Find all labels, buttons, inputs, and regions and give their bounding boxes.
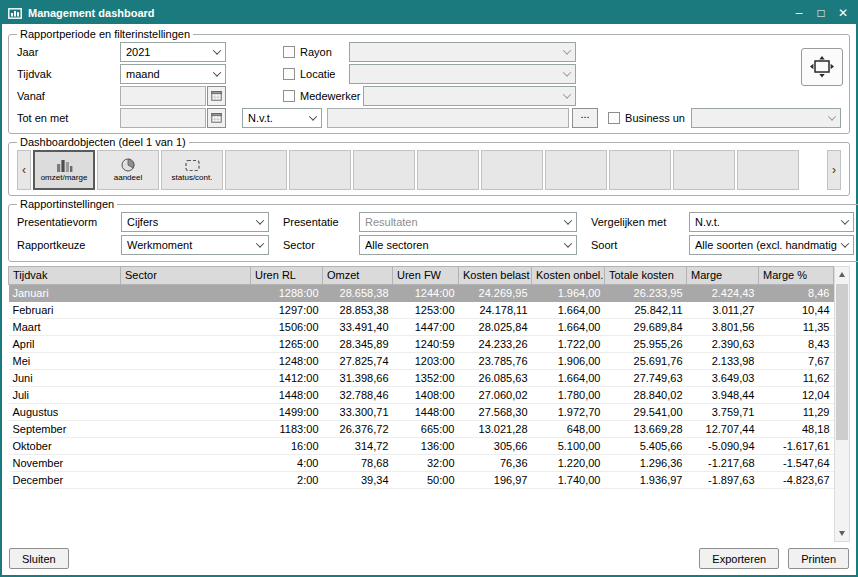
tot-en-met-input[interactable] xyxy=(120,108,206,128)
vanaf-input[interactable] xyxy=(120,86,206,106)
table-row[interactable]: Juli1448:0032.788,461408:0027.060,021.78… xyxy=(9,387,834,404)
rapportkeuze-select[interactable]: Werkmoment xyxy=(121,235,269,255)
tiles-row: ‹ omzet/margeaandeelstatus/cont. › xyxy=(17,148,841,190)
presentatie-select[interactable]: Resultaten xyxy=(359,212,577,232)
table-cell: 24.269,95 xyxy=(459,285,532,302)
rayon-checkbox[interactable] xyxy=(283,46,295,58)
table-cell: 314,72 xyxy=(323,438,393,455)
scroll-up-button[interactable] xyxy=(835,267,849,282)
browse-button[interactable]: ... xyxy=(572,108,598,128)
report-settings-title: Rapportinstellingen xyxy=(17,198,117,210)
table-cell: 26.233,95 xyxy=(605,285,687,302)
fullscreen-button[interactable] xyxy=(801,48,843,86)
tot-en-met-calendar-button[interactable] xyxy=(207,108,226,128)
column-header[interactable]: Sector xyxy=(121,267,251,285)
column-header[interactable]: Marge xyxy=(687,267,759,285)
table-cell: 3.759,71 xyxy=(687,404,759,421)
table-cell: 2.424,43 xyxy=(687,285,759,302)
table-cell: 23.785,76 xyxy=(459,353,532,370)
table-cell: September xyxy=(9,421,121,438)
column-header[interactable]: Omzet xyxy=(323,267,393,285)
rayon-label: Rayon xyxy=(300,46,332,58)
scrollbar-track[interactable] xyxy=(835,282,849,526)
minimize-button[interactable]: – xyxy=(789,4,809,22)
business-checkbox[interactable] xyxy=(608,112,620,124)
scroll-down-button[interactable] xyxy=(835,526,849,541)
table-cell: 1.972,70 xyxy=(532,404,605,421)
dashboard-tile-omzet-marge[interactable]: omzet/marge xyxy=(33,150,95,190)
dashboard-tile-empty[interactable] xyxy=(225,150,287,190)
table-cell: November xyxy=(9,455,121,472)
presentatievorm-select[interactable]: Cijfers xyxy=(121,212,269,232)
table-row[interactable]: Oktober16:00314,72136:00305,665.100,005.… xyxy=(9,438,834,455)
filter-row-jaar: Jaar 2021 Rayon xyxy=(17,41,841,62)
dashboard-tile-empty[interactable] xyxy=(481,150,543,190)
table-cell: -4.823,67 xyxy=(759,472,834,489)
nvt-select[interactable]: N.v.t. xyxy=(242,108,322,128)
column-header[interactable]: Kosten belast xyxy=(459,267,532,285)
chevron-down-icon xyxy=(837,236,853,254)
dashboard-tile-status-cont[interactable]: status/cont. xyxy=(161,150,223,190)
table-row[interactable]: April1265:0028.345,891240:5924.233,261.7… xyxy=(9,336,834,353)
rayon-select[interactable] xyxy=(349,42,576,62)
table-row[interactable]: November4:0078,6832:0076,361.220,001.296… xyxy=(9,455,834,472)
table-cell: 32:00 xyxy=(393,455,459,472)
column-header[interactable]: Kosten onbel. xyxy=(532,267,605,285)
dashboard-tile-empty[interactable] xyxy=(545,150,607,190)
dashboard-tile-empty[interactable] xyxy=(673,150,735,190)
bar-chart-icon xyxy=(56,158,73,172)
tijdvak-select[interactable]: maand xyxy=(120,64,226,84)
exporteren-button[interactable]: Exporteren xyxy=(699,548,779,569)
jaar-value: 2021 xyxy=(126,46,209,58)
business-select[interactable] xyxy=(691,108,841,128)
next-tiles-button[interactable]: › xyxy=(827,150,841,190)
table-cell: 1.664,00 xyxy=(532,302,605,319)
dashboard-tile-empty[interactable] xyxy=(737,150,799,190)
column-header[interactable]: Tijdvak xyxy=(9,267,121,285)
locatie-checkbox[interactable] xyxy=(283,68,295,80)
footer: Sluiten Exporteren Printen xyxy=(8,542,850,571)
close-button[interactable]: ✕ xyxy=(833,4,853,22)
vertical-scrollbar[interactable] xyxy=(834,266,850,542)
dashboard-tile-empty[interactable] xyxy=(353,150,415,190)
prev-tiles-button[interactable]: ‹ xyxy=(17,150,31,190)
table-cell: 27.060,02 xyxy=(459,387,532,404)
chevron-down-icon xyxy=(824,109,840,127)
table-row[interactable]: Augustus1499:0033.300,711448:0027.568,30… xyxy=(9,404,834,421)
maximize-button[interactable]: □ xyxy=(811,4,831,22)
vergelijken-select[interactable]: N.v.t. xyxy=(689,212,854,232)
printen-button[interactable]: Printen xyxy=(788,548,849,569)
scrollbar-thumb[interactable] xyxy=(836,284,848,440)
column-header[interactable]: Totale kosten xyxy=(605,267,687,285)
chevron-down-icon xyxy=(560,236,576,254)
dashboard-tile-empty[interactable] xyxy=(417,150,479,190)
column-header[interactable]: Uren FW xyxy=(393,267,459,285)
table-row[interactable]: Januari1288:0028.658,381244:0024.269,951… xyxy=(9,285,834,302)
dashboard-tile-empty[interactable] xyxy=(289,150,351,190)
medewerker-checkbox[interactable] xyxy=(283,90,295,102)
sector-select[interactable]: Alle sectoren xyxy=(359,235,577,255)
jaar-select[interactable]: 2021 xyxy=(120,42,226,62)
soort-select[interactable]: Alle soorten (excl. handmatig xyxy=(689,235,854,255)
table-row[interactable]: December2:0039,3450:00196,971.740,001.93… xyxy=(9,472,834,489)
table-row[interactable]: Februari1297:0028.853,381253:0024.178,11… xyxy=(9,302,834,319)
window-title: Management dashboard xyxy=(28,7,789,19)
table-cell: 1412:00 xyxy=(251,370,323,387)
filter-value-input[interactable] xyxy=(327,108,569,128)
column-header[interactable]: Marge % xyxy=(759,267,834,285)
dashboard-tile-empty[interactable] xyxy=(609,150,671,190)
vanaf-calendar-button[interactable] xyxy=(207,86,226,106)
table-row[interactable]: Mei1248:0027.825,741203:0023.785,761.906… xyxy=(9,353,834,370)
table-cell: 1244:00 xyxy=(393,285,459,302)
column-header[interactable]: Uren RL xyxy=(251,267,323,285)
table-cell: Maart xyxy=(9,319,121,336)
medewerker-select[interactable] xyxy=(363,86,576,106)
titlebar[interactable]: Management dashboard – □ ✕ xyxy=(2,2,856,24)
locatie-select[interactable] xyxy=(349,64,576,84)
sluiten-button[interactable]: Sluiten xyxy=(9,548,69,569)
table-row[interactable]: Juni1412:0031.398,661352:0026.085,631.66… xyxy=(9,370,834,387)
table-row[interactable]: September1183:0026.376,72665:0013.021,28… xyxy=(9,421,834,438)
dashboard-tile-aandeel[interactable]: aandeel xyxy=(97,150,159,190)
table-row[interactable]: Maart1506:0033.491,401447:0028.025,841.6… xyxy=(9,319,834,336)
table-cell xyxy=(121,353,251,370)
